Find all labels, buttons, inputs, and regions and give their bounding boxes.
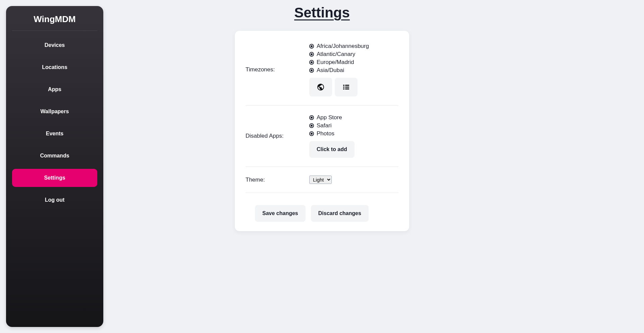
sidebar-item-logout[interactable]: Log out — [12, 191, 97, 209]
sidebar-item-events[interactable]: Events — [12, 125, 97, 143]
theme-value: Light Dark — [309, 176, 398, 184]
disabled-apps-row: Disabled Apps: App Store Safari Photos — [246, 112, 398, 160]
add-disabled-app-button[interactable]: Click to add — [309, 141, 355, 158]
timezone-item-label: Europe/Madrid — [317, 59, 354, 66]
disabled-app-item[interactable]: Photos — [309, 130, 398, 137]
sidebar-item-locations[interactable]: Locations — [12, 58, 97, 76]
radio-icon — [309, 68, 314, 73]
timezones-row: Timezones: Africa/Johannesburg Atlantic/… — [246, 40, 398, 99]
action-row: Save changes Discard changes — [246, 199, 398, 222]
timezone-item[interactable]: Asia/Dubai — [309, 67, 398, 74]
radio-icon — [309, 131, 314, 136]
timezone-item[interactable]: Africa/Johannesburg — [309, 43, 398, 50]
sidebar-divider — [12, 30, 97, 31]
list-icon — [342, 83, 350, 91]
svg-rect-0 — [343, 85, 344, 86]
radio-icon — [309, 115, 314, 120]
disabled-app-item-label: Photos — [317, 130, 334, 137]
svg-rect-3 — [345, 87, 349, 88]
theme-select[interactable]: Light Dark — [309, 176, 332, 184]
theme-row: Theme: Light Dark — [246, 173, 398, 187]
page-title: Settings — [114, 5, 530, 21]
timezones-list: Africa/Johannesburg Atlantic/Canary Euro… — [309, 43, 398, 74]
svg-rect-5 — [345, 88, 349, 89]
sidebar-item-apps[interactable]: Apps — [12, 80, 97, 98]
timezone-item[interactable]: Atlantic/Canary — [309, 51, 398, 58]
sidebar-item-settings[interactable]: Settings — [12, 169, 97, 187]
disabled-apps-list: App Store Safari Photos — [309, 114, 398, 137]
disabled-app-item-label: Safari — [317, 122, 331, 129]
timezones-label: Timezones: — [246, 66, 309, 73]
svg-rect-4 — [343, 88, 344, 89]
timezone-item-label: Asia/Dubai — [317, 67, 344, 74]
timezone-item-label: Atlantic/Canary — [317, 51, 355, 58]
timezone-action-buttons — [309, 78, 398, 96]
timezone-item-label: Africa/Johannesburg — [317, 43, 369, 50]
svg-rect-1 — [345, 85, 349, 86]
main: Settings Timezones: Africa/Johannesburg … — [114, 0, 530, 231]
radio-icon — [309, 44, 314, 49]
theme-label: Theme: — [246, 177, 309, 183]
sidebar: WingMDM Devices Locations Apps Wallpaper… — [6, 6, 103, 327]
section-divider — [246, 166, 398, 167]
sidebar-item-wallpapers[interactable]: Wallpapers — [12, 103, 97, 121]
timezone-globe-button[interactable] — [309, 78, 332, 96]
radio-icon — [309, 60, 314, 65]
sidebar-item-commands[interactable]: Commands — [12, 147, 97, 165]
sidebar-nav: Devices Locations Apps Wallpapers Events… — [12, 34, 97, 211]
globe-icon — [317, 83, 325, 91]
save-button[interactable]: Save changes — [255, 205, 306, 222]
section-divider — [246, 105, 398, 106]
disabled-app-item-label: App Store — [317, 114, 342, 121]
timezone-item[interactable]: Europe/Madrid — [309, 59, 398, 66]
radio-icon — [309, 123, 314, 128]
disabled-app-item[interactable]: App Store — [309, 114, 398, 121]
section-divider — [246, 193, 398, 193]
timezones-value: Africa/Johannesburg Atlantic/Canary Euro… — [309, 43, 398, 96]
radio-icon — [309, 52, 314, 57]
disabled-apps-label: Disabled Apps: — [246, 133, 309, 139]
disabled-app-item[interactable]: Safari — [309, 122, 398, 129]
svg-rect-2 — [343, 87, 344, 88]
sidebar-item-devices[interactable]: Devices — [12, 36, 97, 54]
settings-card: Timezones: Africa/Johannesburg Atlantic/… — [235, 31, 409, 231]
timezone-list-button[interactable] — [335, 78, 358, 96]
disabled-apps-value: App Store Safari Photos Click to add — [309, 114, 398, 158]
discard-button[interactable]: Discard changes — [311, 205, 369, 222]
app-name: WingMDM — [12, 14, 97, 24]
